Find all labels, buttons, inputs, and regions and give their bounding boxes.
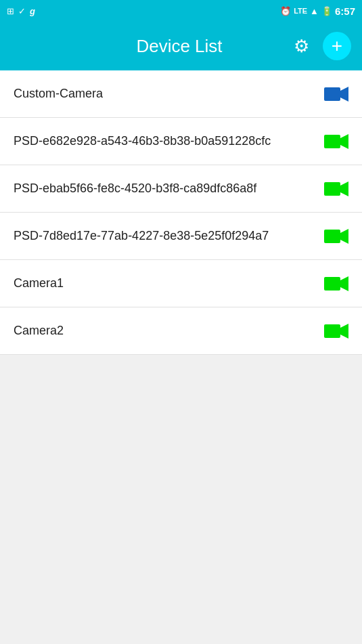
svg-rect-0 (324, 87, 340, 101)
device-name: Camera1 (14, 275, 317, 292)
page-title: Device List (65, 36, 294, 57)
list-item[interactable]: Custom-Camera (0, 70, 362, 118)
g-icon: g (30, 6, 35, 16)
lte-icon: LTE (294, 7, 307, 15)
svg-rect-8 (324, 277, 340, 291)
svg-rect-6 (324, 230, 340, 243)
svg-marker-5 (340, 181, 348, 196)
svg-marker-1 (340, 87, 348, 102)
list-item[interactable]: PSD-e682e928-a543-46b3-8b38-b0a591228cfc (0, 118, 362, 165)
svg-marker-7 (340, 229, 348, 244)
battery-icon: 🔋 (321, 6, 332, 16)
camera-icon (324, 228, 348, 245)
camera-icon (324, 275, 348, 293)
device-name: Camera2 (14, 322, 317, 339)
add-device-button[interactable]: + (323, 32, 351, 60)
svg-marker-11 (340, 324, 348, 339)
list-item[interactable]: Camera2 (0, 307, 362, 355)
time: 6:57 (335, 5, 355, 17)
toolbar: Device List ⚙ + (0, 22, 362, 70)
device-list: Custom-Camera PSD-e682e928-a543-46b3-8b3… (0, 70, 362, 355)
camera-icon (324, 180, 348, 198)
camera-icon (324, 133, 348, 150)
status-bar-left: ⊞ ✓ g (7, 6, 35, 16)
svg-rect-4 (324, 182, 340, 196)
device-name: Custom-Camera (14, 85, 317, 102)
camera-icon (324, 322, 348, 340)
device-name: PSD-e682e928-a543-46b3-8b38-b0a591228cfc (14, 133, 317, 150)
device-name: PSD-7d8ed17e-77ab-4227-8e38-5e25f0f294a7 (14, 228, 317, 244)
settings-button[interactable]: ⚙ (294, 36, 309, 57)
svg-marker-3 (340, 134, 348, 149)
svg-rect-2 (324, 135, 340, 148)
alarm-icon: ⏰ (280, 6, 291, 16)
status-bar-right: ⏰ LTE ▲ 🔋 6:57 (280, 5, 355, 17)
device-name: PSD-ebab5f66-fe8c-4520-b3f8-ca89dfc86a8f (14, 180, 317, 197)
camera-icon (324, 85, 348, 103)
list-item[interactable]: Camera1 (0, 260, 362, 307)
svg-rect-10 (324, 324, 340, 338)
list-item[interactable]: PSD-7d8ed17e-77ab-4227-8e38-5e25f0f294a7 (0, 213, 362, 260)
check-icon: ✓ (18, 6, 26, 16)
grid-icon: ⊞ (7, 6, 14, 16)
svg-marker-9 (340, 276, 348, 291)
status-bar: ⊞ ✓ g ⏰ LTE ▲ 🔋 6:57 (0, 0, 362, 22)
list-item[interactable]: PSD-ebab5f66-fe8c-4520-b3f8-ca89dfc86a8f (0, 165, 362, 213)
signal-icon: ▲ (310, 6, 319, 16)
